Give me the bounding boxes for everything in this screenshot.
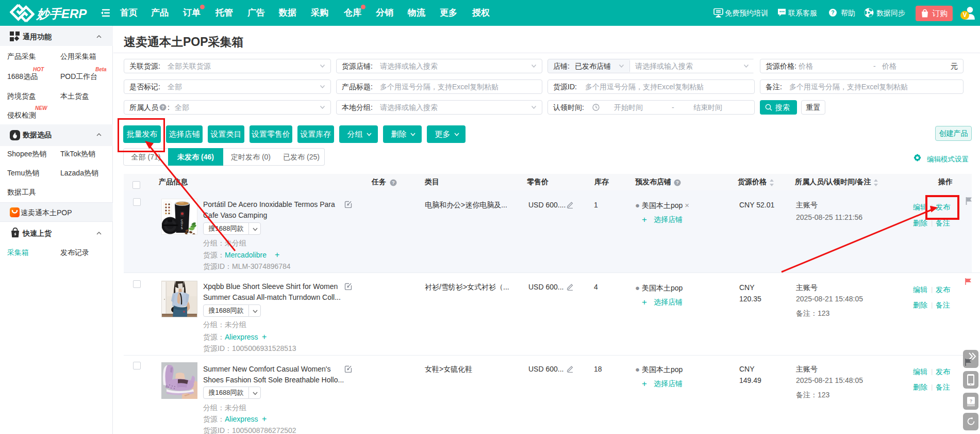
svg-text:?: ? [161,104,164,110]
svg-text:?: ? [392,180,395,185]
svg-text:?: ? [676,180,679,185]
svg-text:?: ? [970,398,973,404]
svg-text:?: ? [831,9,834,15]
